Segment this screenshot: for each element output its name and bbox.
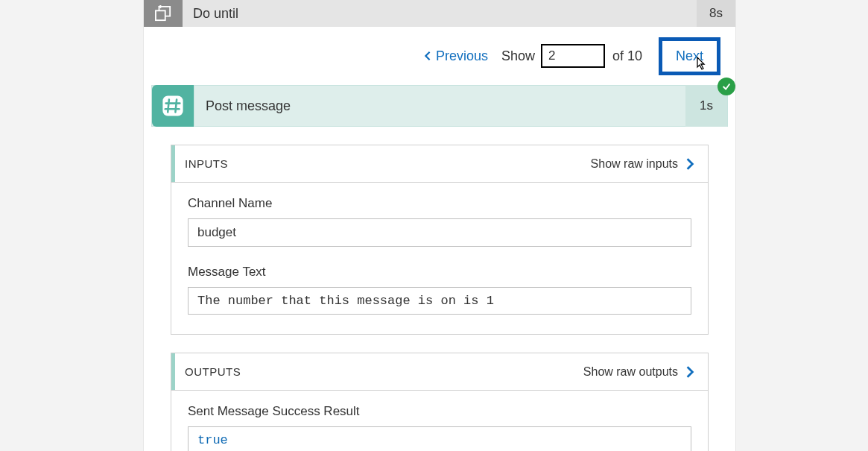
chevron-right-icon[interactable] <box>685 157 694 171</box>
chevron-left-icon <box>422 51 433 61</box>
loop-header: Do until 8s <box>144 0 735 27</box>
action-title: Post message <box>206 98 685 114</box>
message-text-value: The number that this message is on is 1 <box>188 287 691 315</box>
previous-label: Previous <box>436 48 488 64</box>
message-text-field: Message Text The number that this messag… <box>171 251 708 319</box>
show-label: Show <box>501 48 535 64</box>
channel-name-value: budget <box>188 218 691 247</box>
inputs-section: INPUTS Show raw inputs Channel Name budg… <box>171 145 709 335</box>
next-button[interactable]: Next <box>659 37 720 75</box>
run-details-panel: Do until 8s Previous Show of 10 Next <box>143 0 736 451</box>
iteration-nav: Previous Show of 10 Next <box>144 27 735 85</box>
svg-line-2 <box>168 100 169 113</box>
loop-icon <box>144 0 183 27</box>
svg-rect-0 <box>156 10 165 20</box>
svg-line-3 <box>175 100 177 113</box>
action-header[interactable]: Post message 1s <box>151 85 728 127</box>
channel-name-field: Channel Name budget <box>171 183 708 251</box>
previous-button[interactable]: Previous <box>422 48 488 64</box>
channel-name-label: Channel Name <box>188 196 691 211</box>
outputs-title: OUTPUTS <box>185 365 583 378</box>
loop-title: Do until <box>193 6 697 22</box>
iteration-input[interactable] <box>541 44 605 68</box>
sent-success-field: Sent Message Success Result true <box>171 391 708 451</box>
message-text-label: Message Text <box>188 265 691 280</box>
of-total-label: of 10 <box>612 48 642 64</box>
show-raw-inputs-link[interactable]: Show raw inputs <box>591 157 678 171</box>
sent-success-label: Sent Message Success Result <box>188 404 691 419</box>
outputs-header: OUTPUTS Show raw outputs <box>171 353 708 391</box>
loop-duration: 8s <box>697 0 735 27</box>
show-raw-outputs-link[interactable]: Show raw outputs <box>583 365 678 379</box>
chevron-right-icon[interactable] <box>685 365 694 379</box>
slack-hash-icon <box>152 85 194 127</box>
cursor-icon <box>693 56 708 74</box>
outputs-section: OUTPUTS Show raw outputs Sent Message Su… <box>171 353 709 451</box>
svg-rect-1 <box>162 95 183 116</box>
status-success-icon <box>717 78 735 95</box>
action-card: Post message 1s INPUTS Show raw inputs C… <box>151 85 728 451</box>
sent-success-value: true <box>188 426 691 451</box>
inputs-header: INPUTS Show raw inputs <box>171 145 708 183</box>
inputs-title: INPUTS <box>185 157 591 170</box>
